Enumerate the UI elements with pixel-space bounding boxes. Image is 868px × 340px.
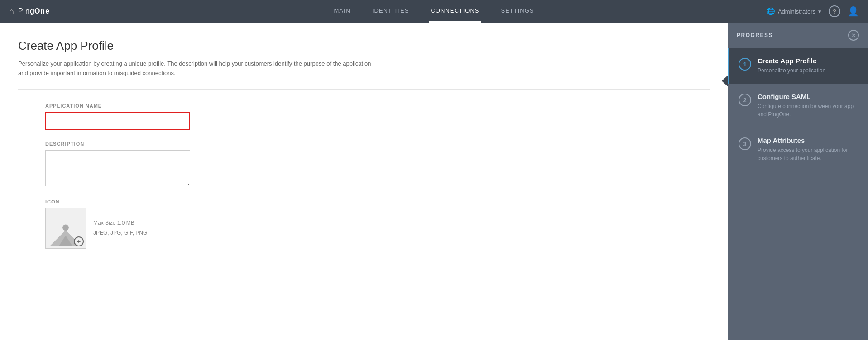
description-label: DESCRIPTION (45, 141, 710, 146)
step-1-description: Personalize your application (758, 66, 859, 75)
step-1-name: Create App Profile (758, 57, 859, 65)
topnav-right-controls: 🌐 Administrators ▾ ? 👤 (767, 5, 859, 17)
nav-connections[interactable]: CONNECTIONS (429, 0, 481, 23)
app-name-field-group: APPLICATION NAME (45, 103, 710, 130)
icon-add-button[interactable]: + (74, 236, 84, 246)
brand-logo[interactable]: ⌂ PingOne (9, 7, 50, 16)
icon-preview[interactable]: + (45, 208, 86, 249)
step-2-number: 2 (739, 94, 751, 106)
step-2-description: Configure connection between your app an… (758, 102, 859, 118)
icon-info-text: Max Size 1.0 MB JPEG, JPG, GIF, PNG (93, 218, 147, 238)
progress-step-3[interactable]: 3 Map Attributes Provide access to your … (728, 128, 868, 171)
icon-field-group: ICON + Max Size 1.0 (45, 199, 710, 249)
icon-label: ICON (45, 199, 710, 204)
progress-title: PROGRESS (737, 32, 773, 38)
app-name-label: APPLICATION NAME (45, 103, 710, 109)
nav-settings[interactable]: SETTINGS (499, 0, 536, 23)
top-navigation: ⌂ PingOne MAIN IDENTITIES CONNECTIONS SE… (0, 0, 868, 23)
icon-max-size: Max Size 1.0 MB (93, 218, 147, 228)
step-3-name: Map Attributes (758, 137, 859, 144)
svg-point-0 (62, 224, 69, 231)
progress-step-1[interactable]: 1 Create App Profile Personalize your ap… (728, 48, 868, 84)
admin-label: Administrators (778, 8, 815, 15)
step-3-number: 3 (739, 137, 751, 150)
progress-header: PROGRESS ✕ (728, 23, 868, 48)
chevron-down-icon: ▾ (818, 8, 821, 15)
progress-step-2[interactable]: 2 Configure SAML Configure connection be… (728, 84, 868, 128)
home-icon[interactable]: ⌂ (9, 7, 14, 16)
page-title: Create App Profile (18, 39, 710, 53)
main-area: Create App Profile Personalize your appl… (0, 23, 868, 340)
step-2-content: Configure SAML Configure connection betw… (758, 93, 859, 118)
description-input[interactable] (45, 150, 190, 186)
brand-name: PingOne (18, 7, 50, 15)
step-3-content: Map Attributes Provide access to your ap… (758, 137, 859, 162)
description-field-group: DESCRIPTION (45, 141, 710, 188)
form-area: Create App Profile Personalize your appl… (0, 23, 728, 340)
progress-sidebar: PROGRESS ✕ 1 Create App Profile Personal… (728, 23, 868, 340)
app-name-input[interactable] (45, 112, 190, 130)
globe-icon: 🌐 (767, 7, 775, 15)
user-avatar-icon[interactable]: 👤 (848, 6, 859, 17)
step-3-description: Provide access to your application for c… (758, 146, 859, 162)
step-1-content: Create App Profile Personalize your appl… (758, 57, 859, 75)
step-2-name: Configure SAML (758, 93, 859, 100)
main-navigation: MAIN IDENTITIES CONNECTIONS SETTINGS (332, 0, 536, 23)
admin-menu-button[interactable]: 🌐 Administrators ▾ (767, 7, 821, 15)
step-1-number: 1 (739, 58, 751, 71)
nav-main[interactable]: MAIN (332, 0, 352, 23)
help-icon[interactable]: ? (829, 5, 840, 17)
sidebar-arrow (722, 75, 728, 87)
progress-steps: 1 Create App Profile Personalize your ap… (728, 48, 868, 171)
icon-upload-area: + Max Size 1.0 MB JPEG, JPG, GIF, PNG (45, 208, 710, 249)
form-divider (18, 89, 710, 90)
progress-close-button[interactable]: ✕ (848, 30, 859, 41)
icon-formats: JPEG, JPG, GIF, PNG (93, 228, 147, 238)
nav-identities[interactable]: IDENTITIES (370, 0, 411, 23)
page-description: Personalize your application by creating… (18, 59, 380, 78)
form-section: APPLICATION NAME DESCRIPTION ICON (18, 103, 710, 249)
